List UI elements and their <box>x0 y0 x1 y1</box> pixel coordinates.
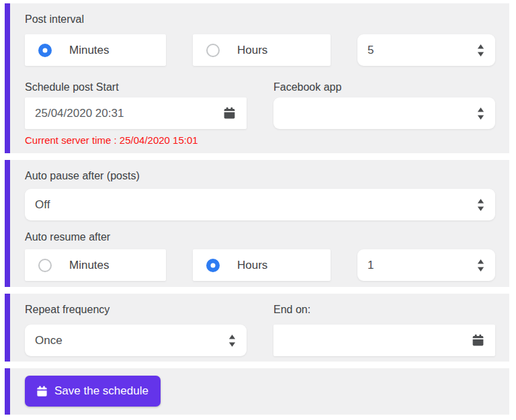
radio-icon[interactable] <box>38 259 52 272</box>
radio-option-label: Hours <box>237 44 267 57</box>
calendar-icon[interactable] <box>471 333 485 347</box>
auto-pause-select[interactable]: Off <box>25 189 495 220</box>
repeat-row-labels: Repeat frequency End on: <box>25 303 495 325</box>
end-on-label: End on: <box>273 303 495 316</box>
post-interval-label: Post interval <box>25 13 495 26</box>
updown-spinner-icon[interactable] <box>477 44 484 56</box>
radio-icon[interactable] <box>206 259 220 272</box>
auto-resume-label: Auto resume after <box>25 230 495 243</box>
post-interval-minutes-option[interactable]: Minutes <box>25 34 166 66</box>
auto-resume-value-input[interactable]: 1 <box>357 249 495 281</box>
repeat-frequency-select[interactable]: Once <box>25 325 247 356</box>
radio-icon[interactable] <box>38 44 52 57</box>
server-time-note: Current server time : 25/04/2020 15:01 <box>25 135 495 145</box>
radio-option-label: Minutes <box>69 44 110 57</box>
updown-spinner-icon[interactable] <box>477 199 484 211</box>
facebook-app-label: Facebook app <box>273 81 495 93</box>
post-interval-value: 5 <box>357 44 477 57</box>
section-repeat: Repeat frequency End on: Once <box>5 294 509 362</box>
repeat-frequency-value: Once <box>25 334 228 347</box>
repeat-frequency-label: Repeat frequency <box>25 303 247 316</box>
section-post-interval: Post interval Minutes Hours 5 Schedule p… <box>5 3 509 153</box>
start-row-inputs: 25/04/2020 20:31 <box>25 97 495 129</box>
updown-spinner-icon[interactable] <box>228 335 236 347</box>
calendar-icon[interactable] <box>222 106 236 120</box>
auto-resume-value: 1 <box>357 259 477 272</box>
save-schedule-button-label: Save the schedule <box>54 384 148 398</box>
save-schedule-button[interactable]: Save the schedule <box>25 376 161 407</box>
facebook-app-select[interactable] <box>273 97 495 129</box>
schedule-start-input[interactable]: 25/04/2020 20:31 <box>25 97 247 129</box>
auto-resume-minutes-option[interactable]: Minutes <box>25 249 166 281</box>
schedule-start-label: Schedule post Start <box>25 81 247 93</box>
radio-icon[interactable] <box>206 44 220 57</box>
section-save: Save the schedule <box>5 368 509 415</box>
auto-pause-value: Off <box>25 198 477 212</box>
repeat-row-inputs: Once <box>25 325 495 356</box>
section-auto-pause-resume: Auto pause after (posts) Off Auto resume… <box>5 160 509 287</box>
post-interval-value-input[interactable]: 5 <box>357 34 495 66</box>
post-interval-hours-option[interactable]: Hours <box>193 34 331 66</box>
calendar-icon <box>36 385 48 398</box>
updown-spinner-icon[interactable] <box>477 259 484 271</box>
auto-resume-hours-option[interactable]: Hours <box>193 249 331 281</box>
auto-resume-row: Minutes Hours 1 <box>25 249 495 281</box>
radio-option-label: Hours <box>237 259 267 272</box>
auto-pause-label: Auto pause after (posts) <box>25 169 495 182</box>
radio-option-label: Minutes <box>69 259 110 272</box>
schedule-form-page: Post interval Minutes Hours 5 Schedule p… <box>0 0 516 420</box>
updown-spinner-icon[interactable] <box>477 108 484 120</box>
start-row-labels: Schedule post Start Facebook app <box>25 81 495 93</box>
end-on-input[interactable] <box>273 325 495 356</box>
schedule-start-value: 25/04/2020 20:31 <box>25 107 222 120</box>
post-interval-row: Minutes Hours 5 <box>25 34 495 66</box>
